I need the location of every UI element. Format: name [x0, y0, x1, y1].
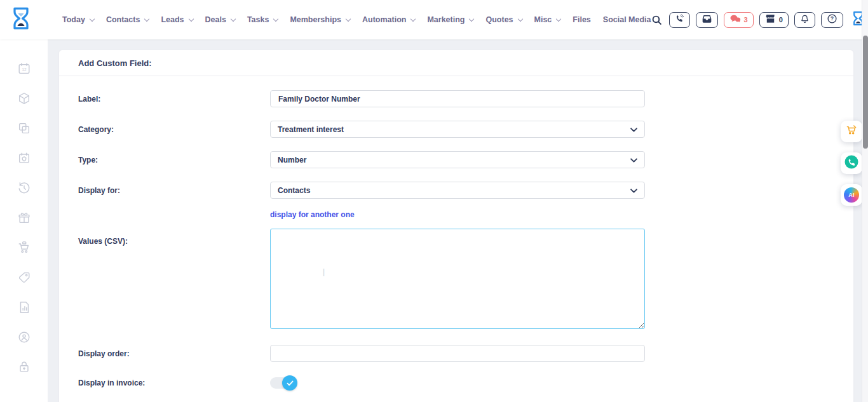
svg-text:?: ? [831, 16, 834, 22]
chat-bubbles-icon [729, 14, 741, 25]
app-logo[interactable] [11, 6, 31, 33]
scrollbar-thumb[interactable] [863, 36, 868, 149]
add-custom-field-card: Add Custom Field: Label: Category: Treat… [58, 50, 854, 402]
gift-icon[interactable] [17, 211, 31, 225]
nav-deals[interactable]: Deals [205, 15, 235, 24]
page-title: Add Custom Field: [78, 58, 834, 68]
display-in-invoice-field-label: Display in invoice: [78, 379, 270, 387]
nav-memberships[interactable]: Memberships [290, 15, 350, 24]
phone-call-icon [675, 14, 684, 25]
header-actions: 3 0 ? [651, 10, 868, 29]
display-order-field-label: Display order: [78, 349, 270, 358]
help-button[interactable]: ? [821, 12, 843, 28]
display-for-field-label: Display for: [78, 186, 270, 195]
calendar-icon[interactable]: 12 [17, 62, 31, 76]
report-document-icon[interactable] [17, 300, 31, 314]
chevron-down-icon [231, 16, 236, 21]
svg-text:12: 12 [22, 67, 27, 72]
card-header: Add Custom Field: [59, 50, 853, 76]
cube-icon[interactable] [17, 91, 31, 105]
history-clock-icon[interactable] [17, 181, 31, 195]
nav-quotes[interactable]: Quotes [485, 15, 522, 24]
display-for-row: Display for: Contacts [78, 182, 834, 199]
label-field-label: Label: [78, 95, 270, 104]
store-icon [765, 14, 776, 25]
chevron-down-icon [273, 16, 278, 21]
chevron-down-icon [410, 16, 416, 21]
user-circle-icon[interactable] [17, 330, 31, 344]
display-for-select[interactable]: Contacts [270, 182, 645, 199]
nav-misc[interactable]: Misc [534, 15, 561, 24]
store-button[interactable]: 0 [759, 12, 789, 28]
label-input[interactable] [270, 90, 645, 107]
call-button[interactable] [841, 152, 862, 174]
custom-field-form: Label: Category: Treatment interest Type… [59, 76, 853, 402]
nav-files[interactable]: Files [573, 15, 591, 24]
nav-social-media[interactable]: Social Media [603, 15, 651, 24]
phone-button[interactable] [669, 12, 690, 28]
chat-count-badge: 3 [744, 17, 748, 23]
nav-marketing[interactable]: Marketing [427, 15, 473, 24]
category-field-label: Category: [78, 125, 270, 134]
chevron-down-icon [630, 125, 637, 134]
chevron-down-icon [469, 16, 474, 21]
tags-icon[interactable] [17, 271, 31, 285]
cart-count-badge: 0 [779, 17, 783, 23]
quick-cart-button[interactable] [841, 121, 862, 142]
calendar-badge-icon[interactable] [17, 151, 31, 165]
search-icon[interactable] [651, 15, 662, 25]
notifications-button[interactable] [794, 12, 815, 28]
nav-contacts[interactable]: Contacts [106, 15, 149, 24]
nav-tasks[interactable]: Tasks [247, 15, 278, 24]
vertical-scrollbar[interactable] [862, 0, 868, 402]
type-row: Type: Number [78, 151, 834, 168]
chevron-down-icon [630, 186, 637, 195]
main-navigation: Today Contacts Leads Deals Tasks Members… [62, 15, 651, 24]
values-csv-field-label: Values (CSV): [78, 229, 270, 246]
display-in-invoice-toggle[interactable] [270, 377, 295, 389]
chevron-down-icon [556, 16, 561, 21]
bell-icon [800, 14, 810, 26]
label-row: Label: [78, 90, 834, 107]
chevron-down-icon [188, 16, 193, 21]
display-order-input[interactable] [270, 345, 645, 362]
chevron-down-icon [630, 156, 637, 164]
display-for-link-row: display for another one [78, 210, 834, 219]
left-sidebar: 12 [0, 39, 48, 402]
values-csv-textarea[interactable] [270, 229, 645, 329]
values-csv-row: Values (CSV): I [78, 229, 834, 332]
hourglass-logo-icon [11, 6, 31, 33]
floating-action-buttons: AI [841, 121, 862, 206]
chevron-down-icon [90, 16, 95, 21]
ai-assistant-button[interactable]: AI [841, 184, 862, 206]
inbox-icon [702, 14, 712, 25]
chevron-down-icon [144, 16, 149, 21]
type-select[interactable]: Number [270, 151, 645, 168]
phone-teal-icon [844, 154, 859, 172]
help-icon: ? [827, 13, 837, 26]
chat-button[interactable]: 3 [724, 12, 754, 28]
inbox-button[interactable] [696, 12, 718, 28]
shopping-cart-icon[interactable] [17, 241, 31, 255]
copy-squares-icon[interactable] [17, 121, 31, 135]
cart-orange-icon [845, 124, 858, 139]
toggle-knob-check-icon [282, 375, 297, 391]
ai-gradient-icon: AI [844, 187, 859, 203]
nav-leads[interactable]: Leads [161, 15, 193, 24]
type-field-label: Type: [78, 156, 270, 164]
main-content: Add Custom Field: Label: Category: Treat… [48, 39, 868, 402]
top-header: Today Contacts Leads Deals Tasks Members… [0, 0, 868, 39]
nav-today[interactable]: Today [62, 15, 94, 24]
chevron-down-icon [346, 16, 351, 21]
category-row: Category: Treatment interest [78, 121, 834, 138]
display-in-invoice-row: Display in invoice: [78, 377, 834, 389]
lock-icon[interactable] [17, 360, 31, 374]
category-select[interactable]: Treatment interest [270, 121, 645, 138]
display-for-another-link[interactable]: display for another one [270, 210, 355, 219]
chevron-down-icon [517, 16, 522, 21]
display-order-row: Display order: [78, 345, 834, 362]
nav-automation[interactable]: Automation [362, 15, 415, 24]
